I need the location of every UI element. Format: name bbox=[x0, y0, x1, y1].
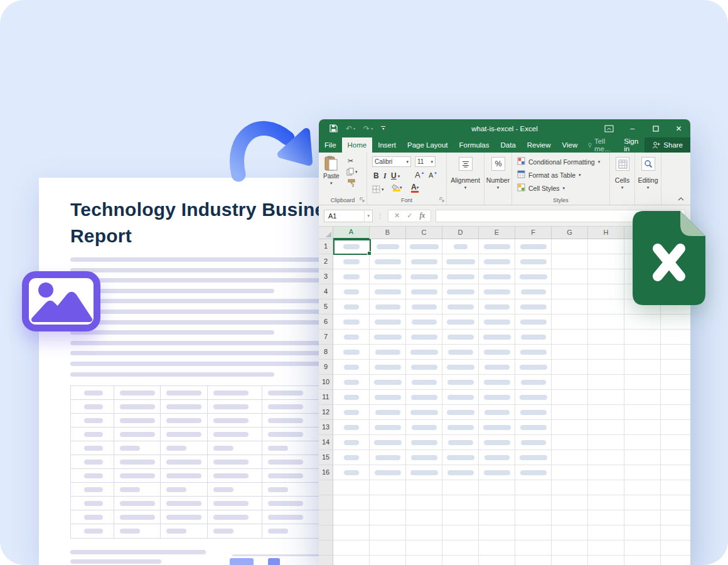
cell-J15[interactable] bbox=[661, 450, 690, 465]
cell-C11[interactable] bbox=[406, 390, 442, 405]
undo-button[interactable]: ↶▾ bbox=[346, 125, 355, 132]
cell-E14[interactable] bbox=[479, 435, 515, 450]
cell-G4[interactable] bbox=[552, 284, 588, 299]
cell-A21[interactable] bbox=[333, 541, 370, 556]
bold-button[interactable]: B bbox=[373, 171, 379, 180]
cell-D11[interactable] bbox=[442, 390, 479, 405]
cell-E13[interactable] bbox=[479, 420, 515, 435]
cell-D6[interactable] bbox=[442, 315, 479, 330]
cell-C18[interactable] bbox=[406, 495, 442, 510]
cell-B16[interactable] bbox=[370, 465, 406, 480]
cell-A22[interactable] bbox=[333, 556, 370, 565]
number-format-button[interactable]: % bbox=[491, 157, 505, 171]
editing-button[interactable] bbox=[641, 157, 655, 171]
row-header-1[interactable]: 1 bbox=[319, 239, 333, 254]
cell-C6[interactable] bbox=[406, 315, 442, 330]
grow-font-button[interactable]: A▴ bbox=[415, 170, 424, 180]
cell-D20[interactable] bbox=[442, 525, 479, 541]
cell-B20[interactable] bbox=[370, 525, 406, 541]
font-size-combo[interactable]: 11▾ bbox=[415, 156, 436, 167]
cell-B22[interactable] bbox=[370, 556, 406, 565]
cell-J6[interactable] bbox=[661, 315, 690, 330]
cell-D18[interactable] bbox=[442, 495, 479, 510]
row-header-12[interactable]: 12 bbox=[319, 405, 333, 420]
cell-F18[interactable] bbox=[515, 495, 552, 510]
cell-G19[interactable] bbox=[552, 510, 588, 525]
cell-B3[interactable] bbox=[370, 269, 406, 284]
cell-H12[interactable] bbox=[588, 405, 624, 420]
cell-G11[interactable] bbox=[552, 390, 588, 405]
cell-C14[interactable] bbox=[406, 435, 442, 450]
paste-button[interactable]: Paste ▾ bbox=[323, 156, 340, 185]
cell-A6[interactable] bbox=[333, 315, 370, 330]
cell-H1[interactable] bbox=[588, 239, 624, 254]
cell-E10[interactable] bbox=[479, 375, 515, 390]
shrink-font-button[interactable]: A▾ bbox=[429, 171, 437, 179]
cell-J12[interactable] bbox=[661, 405, 690, 420]
cell-F5[interactable] bbox=[515, 299, 552, 315]
cell-E4[interactable] bbox=[479, 284, 515, 299]
cell-I8[interactable] bbox=[624, 345, 661, 360]
cell-G9[interactable] bbox=[552, 360, 588, 375]
cell-J9[interactable] bbox=[661, 360, 690, 375]
cell-G2[interactable] bbox=[552, 254, 588, 269]
cell-B10[interactable] bbox=[370, 375, 406, 390]
styles-button-conditional-formatting[interactable]: Conditional Formatting▾ bbox=[517, 157, 600, 166]
cell-D9[interactable] bbox=[442, 360, 479, 375]
cell-C16[interactable] bbox=[406, 465, 442, 480]
cell-F11[interactable] bbox=[515, 390, 552, 405]
cell-D17[interactable] bbox=[442, 480, 479, 495]
cell-F17[interactable] bbox=[515, 480, 552, 495]
cell-G15[interactable] bbox=[552, 450, 588, 465]
column-header-D[interactable]: D bbox=[442, 227, 479, 239]
cell-E5[interactable] bbox=[479, 299, 515, 315]
cell-A19[interactable] bbox=[333, 510, 370, 525]
clipboard-dialog-launcher-icon[interactable] bbox=[360, 196, 365, 203]
cancel-icon[interactable]: ✕ bbox=[394, 212, 400, 220]
cell-I10[interactable] bbox=[624, 375, 661, 390]
cell-F20[interactable] bbox=[515, 525, 552, 541]
cell-A8[interactable] bbox=[333, 345, 370, 360]
cell-E9[interactable] bbox=[479, 360, 515, 375]
cell-A11[interactable] bbox=[333, 390, 370, 405]
cell-E7[interactable] bbox=[479, 330, 515, 345]
styles-button-format-as-table[interactable]: Format as Table▾ bbox=[517, 170, 581, 180]
row-header-13[interactable]: 13 bbox=[319, 420, 333, 435]
cell-E8[interactable] bbox=[479, 345, 515, 360]
cell-F2[interactable] bbox=[515, 254, 552, 269]
column-header-C[interactable]: C bbox=[406, 227, 442, 239]
cell-D3[interactable] bbox=[442, 269, 479, 284]
cell-I7[interactable] bbox=[624, 330, 661, 345]
cell-G21[interactable] bbox=[552, 541, 588, 556]
cell-G1[interactable] bbox=[552, 239, 588, 254]
row-header-4[interactable]: 4 bbox=[319, 284, 333, 299]
tab-file[interactable]: File bbox=[319, 137, 342, 153]
cell-E22[interactable] bbox=[479, 556, 515, 565]
cell-B11[interactable] bbox=[370, 390, 406, 405]
select-all-corner[interactable] bbox=[319, 227, 333, 239]
cell-B4[interactable] bbox=[370, 284, 406, 299]
maximize-button[interactable] bbox=[644, 119, 667, 137]
cell-B17[interactable] bbox=[370, 480, 406, 495]
fill-color-button[interactable]: ▾ bbox=[391, 184, 402, 191]
cell-C17[interactable] bbox=[406, 480, 442, 495]
underline-button[interactable]: U▾ bbox=[391, 171, 400, 180]
cell-D21[interactable] bbox=[442, 541, 479, 556]
cell-H7[interactable] bbox=[588, 330, 624, 345]
cell-E3[interactable] bbox=[479, 269, 515, 284]
cell-A17[interactable] bbox=[333, 480, 370, 495]
cell-H20[interactable] bbox=[588, 525, 624, 541]
cell-I15[interactable] bbox=[624, 450, 661, 465]
cell-H15[interactable] bbox=[588, 450, 624, 465]
cell-H2[interactable] bbox=[588, 254, 624, 269]
cell-F16[interactable] bbox=[515, 465, 552, 480]
cell-I17[interactable] bbox=[624, 480, 661, 495]
cell-I11[interactable] bbox=[624, 390, 661, 405]
cell-C10[interactable] bbox=[406, 375, 442, 390]
cell-H9[interactable] bbox=[588, 360, 624, 375]
cell-G14[interactable] bbox=[552, 435, 588, 450]
row-header-14[interactable]: 14 bbox=[319, 435, 333, 450]
cell-F15[interactable] bbox=[515, 450, 552, 465]
cell-G13[interactable] bbox=[552, 420, 588, 435]
cell-C2[interactable] bbox=[406, 254, 442, 269]
